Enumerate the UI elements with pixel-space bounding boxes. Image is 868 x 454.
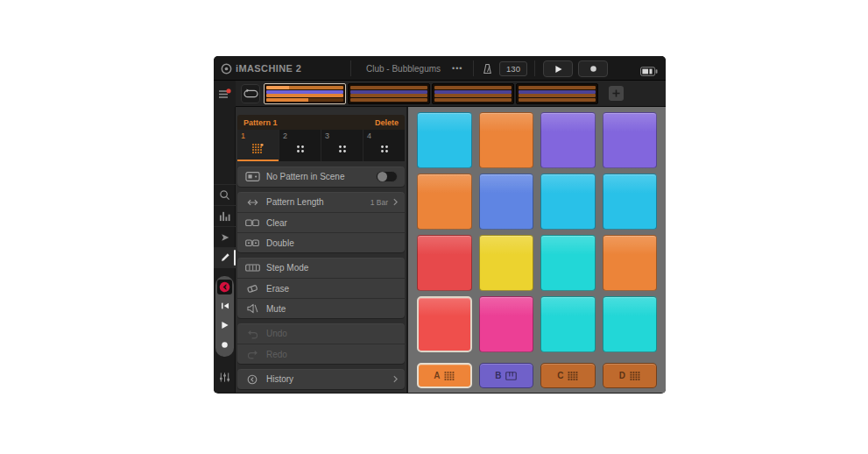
menu-item-pattern-length[interactable]: Pattern Length1 Bar (237, 192, 405, 212)
scene-pattern-bar (350, 90, 427, 94)
pad-2[interactable] (479, 112, 534, 168)
scene-block-2[interactable] (348, 83, 430, 104)
menu-item-mute[interactable]: Mute (237, 298, 405, 318)
pad-15[interactable] (540, 296, 596, 352)
pad-12[interactable] (603, 235, 658, 291)
delete-pattern-button[interactable]: Delete (375, 118, 399, 127)
transport-maschine-button[interactable] (215, 278, 234, 296)
sidebar-tool-search[interactable] (214, 184, 236, 205)
bpm-display[interactable]: 130 (499, 61, 527, 76)
transport-record-button[interactable] (215, 335, 234, 354)
play-triangle-icon (221, 321, 229, 330)
pattern-slot-1[interactable]: 1 (237, 130, 279, 161)
menu-item-right: 1 Bar (370, 198, 398, 207)
menu-item-no-pattern-in-scene[interactable]: No Pattern in Scene (237, 167, 405, 187)
record-icon (589, 65, 597, 73)
pad-9[interactable] (417, 235, 472, 291)
group-button-c[interactable]: C (540, 363, 596, 388)
pad-14[interactable] (479, 296, 534, 352)
group-button-b[interactable]: B (479, 363, 534, 388)
imaschine-window: iMASCHINE 2 Club - Bubblegums ••• 130 (214, 56, 666, 394)
no-pattern-in-scene-toggle[interactable] (376, 171, 398, 182)
group-button-d[interactable]: D (603, 363, 658, 388)
pad-1[interactable] (417, 112, 472, 168)
play-button[interactable] (543, 60, 573, 77)
pad-11[interactable] (540, 235, 596, 291)
menu-item-double[interactable]: Double (237, 232, 405, 252)
scene-pattern-bar (266, 90, 343, 94)
redo-arrow-icon (244, 349, 260, 359)
levels-icon (219, 210, 230, 222)
menu-item-erase[interactable]: Erase (237, 278, 405, 298)
pattern-slot-3[interactable]: 3 (321, 130, 363, 161)
menu-item-history[interactable]: History (237, 369, 405, 389)
scene-pattern-bar (434, 98, 512, 102)
pad-7[interactable] (540, 174, 596, 230)
pad-5[interactable] (417, 174, 472, 230)
mute-speaker-icon (244, 303, 260, 314)
menu-item-clear[interactable]: Clear (237, 212, 405, 232)
record-button[interactable] (578, 60, 608, 77)
main-menu-button[interactable] (214, 81, 236, 107)
pattern-menu: No Pattern in ScenePattern Length1 BarCl… (237, 167, 405, 389)
arrows-horizontal-icon (244, 198, 260, 207)
scene-block-4[interactable] (516, 83, 598, 104)
pattern-slot-2[interactable]: 2 (279, 130, 321, 161)
two-squares-icon (244, 219, 260, 227)
more-options-button[interactable]: ••• (452, 56, 462, 81)
menu-item-label: Mute (266, 304, 286, 314)
loop-button[interactable] (241, 84, 260, 103)
sidebar-mixer-button[interactable] (214, 366, 236, 387)
scene-block-1[interactable] (264, 83, 346, 104)
sidebar-tool-select[interactable] (214, 226, 236, 247)
menu-item-right (376, 171, 398, 182)
pad-area: ABCD (406, 107, 666, 393)
add-scene-button[interactable] (609, 86, 624, 101)
menu-item-redo: Redo (237, 344, 405, 364)
pattern-header: Pattern 1 Delete (237, 115, 405, 130)
menu-item-label: Erase (266, 284, 289, 294)
project-selector[interactable]: Club - Bubblegums (366, 56, 441, 81)
group-button-a[interactable]: A (417, 363, 472, 388)
search-icon (219, 189, 230, 201)
chevron-right-icon (393, 375, 398, 383)
mixer-sliders-icon (219, 372, 230, 383)
step-grid-icon (252, 144, 264, 155)
pad-grid-icon (630, 372, 640, 380)
hamburger-menu-icon (218, 89, 231, 100)
scene-pattern-bar (519, 86, 596, 89)
scene-pattern-bar (350, 94, 427, 97)
sidebar-tool-levels[interactable] (214, 205, 236, 226)
transport-skip-start-button[interactable] (215, 296, 234, 316)
menu-item-right (393, 375, 398, 383)
menu-group: Step ModeEraseMute (237, 258, 405, 318)
pattern-slot-4[interactable]: 4 (363, 130, 405, 161)
group-label: A (434, 371, 440, 380)
pad-13[interactable] (417, 296, 472, 352)
top-bar: iMASCHINE 2 Club - Bubblegums ••• 130 (214, 56, 666, 81)
pad-16[interactable] (603, 296, 658, 352)
menu-item-label: Double (266, 238, 294, 248)
metronome-button[interactable] (482, 62, 493, 74)
scene-block-3[interactable] (432, 83, 514, 104)
scene-pattern-bar (519, 98, 596, 102)
pad-10[interactable] (479, 235, 534, 291)
pad-4[interactable] (603, 112, 658, 168)
sidebar-tool-edit[interactable] (214, 247, 236, 268)
pad-grid-icon (444, 372, 455, 380)
pad-3[interactable] (540, 112, 596, 168)
scene-pattern-bar (266, 86, 343, 89)
scene-strip (214, 81, 666, 107)
undo-arrow-icon (244, 329, 260, 339)
chevron-right-icon (393, 198, 398, 206)
menu-item-step-mode[interactable]: Step Mode (237, 258, 405, 278)
group-buttons-row: ABCD (417, 363, 657, 388)
pad-8[interactable] (603, 174, 658, 230)
transport-play-button[interactable] (215, 316, 234, 335)
menu-item-label: Pattern Length (266, 197, 324, 207)
scene-pattern-bar (519, 90, 596, 94)
scene-pattern-bar (434, 86, 512, 89)
maschine-ring-icon (221, 63, 232, 74)
transport-group (215, 276, 234, 357)
pad-6[interactable] (479, 174, 534, 230)
